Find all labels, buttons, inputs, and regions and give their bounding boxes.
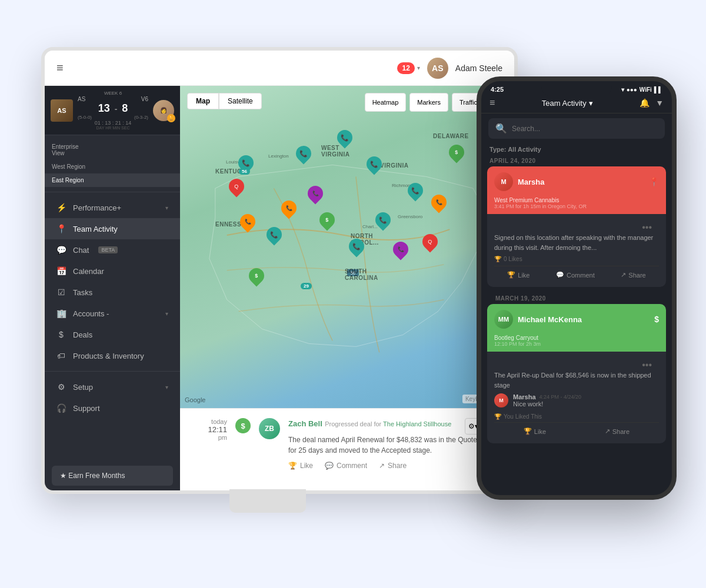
marsha-pin-icon: 📍 xyxy=(649,177,659,186)
phone-like-btn[interactable]: 🏆 Like xyxy=(507,271,530,279)
like-button[interactable]: 🏆 Like xyxy=(288,462,313,470)
you-liked: 🏆 You Liked This xyxy=(494,411,659,422)
nav-calendar[interactable]: 📅 Calendar xyxy=(45,260,180,282)
michael-dots[interactable]: ••• xyxy=(494,358,659,370)
phone-notch xyxy=(541,81,612,96)
nav-products[interactable]: 🏷 Products & Inventory xyxy=(45,345,180,366)
map-pin-2[interactable]: 📞 xyxy=(296,146,311,163)
mobile-phone: 4:25 ▾●●●WiFi▌▌ ≡ Team Activity ▾ 🔔 ▼ 🔍 … xyxy=(477,76,677,500)
map-pin-green-2[interactable]: $ xyxy=(319,212,335,230)
comment-content: Marsha 4:24 PM - 4/24/20 Nice work! xyxy=(513,393,581,407)
beta-badge: BETA xyxy=(98,246,118,253)
nav-performance[interactable]: ⚡ Performance+ ▾ xyxy=(45,197,180,218)
map-pin-4[interactable]: 📞 xyxy=(367,156,382,174)
phone-card-marsha: M Marsha 📍 West Premium Cannabis 3:41 PM… xyxy=(487,166,666,287)
score-names: AS V6 xyxy=(78,96,148,102)
map-pin-red-2[interactable]: Q xyxy=(422,234,438,252)
header-right: 12 ▾ AS Adam Steele xyxy=(397,58,502,79)
score-widget: AS WEEK 6 AS V6 13 - 8 xyxy=(45,86,180,135)
map-pin-6[interactable]: 📞 xyxy=(375,212,391,230)
map-pin-orange-1[interactable]: 📞 xyxy=(240,214,255,232)
nav-accounts[interactable]: 🏢 Accounts - ▾ xyxy=(45,303,180,324)
region-west[interactable]: West Region xyxy=(45,160,180,173)
phone-share-btn[interactable]: ↗ Share xyxy=(621,271,645,279)
activity-text: The deal named April Renewal for $48,832… xyxy=(288,435,502,456)
user-name: Adam Steele xyxy=(455,64,502,73)
map-pin-orange-2[interactable]: 📞 xyxy=(281,201,297,218)
region-east[interactable]: East Region xyxy=(45,173,180,187)
map-pin-green-1[interactable]: $ xyxy=(449,145,464,162)
marsha-card-body: ••• Signed on this location after speaki… xyxy=(487,214,666,287)
michael-card-body: ••• The April Re-up Deal for $68,546 is … xyxy=(487,352,666,443)
map-pin-red-1[interactable]: Q xyxy=(229,179,244,196)
map-pin-7[interactable]: 📞 xyxy=(267,227,282,245)
score-left: 13 xyxy=(98,102,110,115)
nav-support[interactable]: 🎧 Support xyxy=(45,397,180,419)
phone-search[interactable]: 🔍 xyxy=(488,118,665,139)
map-pin-orange-3[interactable]: 📞 xyxy=(431,195,447,212)
hamburger-icon[interactable]: ≡ xyxy=(56,61,64,75)
phone-menu-icon[interactable]: ≡ xyxy=(489,98,495,108)
map-btn-markers[interactable]: Markers xyxy=(409,93,448,112)
calendar-icon: 📅 xyxy=(56,266,66,276)
map-pin-purple-2[interactable]: 📞 xyxy=(393,242,408,259)
nav-team-activity[interactable]: 📍 Team Activity xyxy=(45,218,180,239)
notification-count[interactable]: 12 xyxy=(397,62,414,74)
map-pin-purple-1[interactable]: 📞 xyxy=(308,186,323,203)
activity-user: Zach Bell xyxy=(288,419,322,428)
sidebar: AS WEEK 6 AS V6 13 - 8 xyxy=(45,86,180,490)
earn-free-button[interactable]: ★ Earn Free Months xyxy=(52,466,173,486)
marsha-dots[interactable]: ••• xyxy=(494,220,659,233)
monitor-body: AS WEEK 6 AS V6 13 - 8 xyxy=(45,86,514,490)
phone-time: 4:25 xyxy=(491,86,504,93)
region-enterprise[interactable]: EnterpriseView xyxy=(45,140,180,160)
map-background: 50 KENTUCKY WESTVIRGINIA VIRGINIA DELAWA… xyxy=(180,86,514,408)
setup-arrow: ▾ xyxy=(165,384,168,390)
marsha-actions: 🏆 Like 💬 Comment ↗ Share xyxy=(494,266,659,281)
map-controls-top: Map Satellite xyxy=(187,93,262,109)
activity-company-link[interactable]: The Highland Stillhouse xyxy=(383,420,451,427)
map-section: 50 KENTUCKY WESTVIRGINIA VIRGINIA DELAWA… xyxy=(180,86,514,408)
score-sub: (5-0-0) (0-3-2) xyxy=(78,115,148,120)
google-logo: Google xyxy=(185,396,205,403)
nav-tasks[interactable]: ☑ Tasks xyxy=(45,282,180,303)
nav-chat[interactable]: 💬 Chat BETA xyxy=(45,239,180,260)
notification-chevron[interactable]: ▾ xyxy=(417,65,420,71)
performance-icon: ⚡ xyxy=(56,203,66,212)
nav-setup[interactable]: ⚙ Setup ▾ xyxy=(45,376,180,397)
map-btn-map[interactable]: Map xyxy=(187,93,219,109)
map-btn-heatmap[interactable]: Heatmap xyxy=(365,93,407,112)
marsha-name: Marsha xyxy=(518,178,644,186)
status-icons: ▾●●●WiFi▌▌ xyxy=(621,86,662,93)
week-label: WEEK 6 xyxy=(78,91,148,96)
comment-button[interactable]: 💬 Comment xyxy=(325,462,367,470)
marsha-subtitle: West Premium Cannabis 3:41 PM for 1h 15m… xyxy=(487,197,666,214)
phone-feed: M Marsha 📍 West Premium Cannabis 3:41 PM… xyxy=(481,166,672,449)
michael-like-btn[interactable]: 🏆 Like xyxy=(524,427,546,435)
deals-icon: $ xyxy=(56,330,66,339)
michael-share-btn[interactable]: ↗ Share xyxy=(605,427,630,435)
phone-title-arrow: ▾ xyxy=(589,99,593,108)
phone-bell-icon[interactable]: 🔔 xyxy=(640,98,650,108)
map-btn-satellite[interactable]: Satellite xyxy=(219,93,262,109)
team-activity-icon: 📍 xyxy=(56,224,66,233)
products-icon: 🏷 xyxy=(56,351,66,360)
phone-search-input[interactable] xyxy=(512,125,658,133)
phone-comment-row: M Marsha 4:24 PM - 4/24/20 Nice work! xyxy=(494,390,659,411)
map-pin-8[interactable]: 📞 xyxy=(349,239,364,256)
activity-actions: 🏆 Like 💬 Comment ↗ Share xyxy=(288,462,502,470)
map-pin-3[interactable]: 📞 xyxy=(337,130,352,148)
marsha-likes: 🏆 0 Likes xyxy=(494,252,659,266)
share-button[interactable]: ↗ Share xyxy=(379,462,407,470)
score-numbers: 13 - 8 xyxy=(78,102,148,115)
michael-dollar-icon: $ xyxy=(654,315,659,324)
performance-arrow: ▾ xyxy=(165,205,168,211)
user-avatar[interactable]: AS xyxy=(427,58,448,79)
phone-comment-btn[interactable]: 💬 Comment xyxy=(556,271,595,279)
nav-deals[interactable]: $ Deals xyxy=(45,324,180,345)
map-pin-5[interactable]: 📞 xyxy=(408,183,423,201)
nav-items: ⚡ Performance+ ▾ 📍 Team Activity 💬 Chat … xyxy=(45,192,180,461)
phone-filter-icon[interactable]: ▼ xyxy=(655,98,664,108)
map-pin-green-3[interactable]: $ xyxy=(249,268,264,286)
profile-pic-right: 👩 🏆 xyxy=(153,100,174,121)
